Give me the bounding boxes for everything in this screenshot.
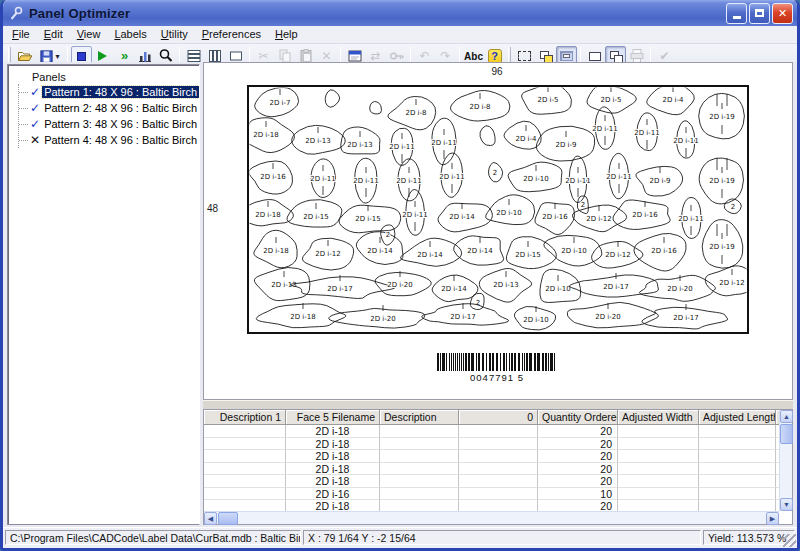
tree-item-pattern-2[interactable]: ✓Pattern 2: 48 X 96 : Baltic Birch xyxy=(19,100,199,116)
column-header-6[interactable]: Adjusted Length xyxy=(699,410,776,425)
resize-grip[interactable] xyxy=(783,534,796,547)
cell-c0 xyxy=(459,475,538,488)
cell-desc xyxy=(380,475,459,488)
menu-item-preferences[interactable]: Preferences xyxy=(195,26,268,43)
title-bar[interactable]: Panel Optimizer ✕ xyxy=(3,0,797,26)
tree-item-pattern-1[interactable]: ✓Pattern 1: 48 X 96 : Baltic Birch xyxy=(19,84,199,100)
part-label: 2D i-20 xyxy=(387,281,412,289)
status-file-path: C:\Program Files\CADCode\Label Data\CurB… xyxy=(5,530,301,545)
menu-item-help[interactable]: Help xyxy=(268,26,305,43)
part-label: 2D i-9 xyxy=(650,177,671,185)
part-label: 2 xyxy=(386,231,390,239)
nest-drawing[interactable]: 2D i-72D i-82D i-82D i-52D i-52D i-42D i… xyxy=(247,85,749,334)
table-row[interactable]: 2D i-1610 xyxy=(204,488,779,501)
panels-tree: Panels ✓Pattern 1: 48 X 96 : Baltic Birc… xyxy=(7,64,200,525)
column-header-4[interactable]: Quantity Ordered xyxy=(538,410,618,425)
cell-aw xyxy=(618,450,699,463)
close-button[interactable]: ✕ xyxy=(772,3,793,24)
scroll-right-button[interactable]: ▶ xyxy=(766,512,779,525)
menu-item-view[interactable]: View xyxy=(70,26,108,43)
table-row[interactable]: 2D i-1820 xyxy=(204,438,779,451)
part-label: 2D i-15 xyxy=(515,251,540,259)
menu-item-labels[interactable]: Labels xyxy=(107,26,153,43)
cell-face5: 2D i-18 xyxy=(286,450,380,463)
part-label: 2D i-20 xyxy=(667,285,692,293)
part-label: 2D i-17 xyxy=(673,314,698,322)
part-label: 2D i-5 xyxy=(538,96,559,104)
maximize-button[interactable] xyxy=(749,3,770,24)
part-label: 2D i-11 xyxy=(396,177,421,185)
tree-root-label: Panels xyxy=(32,71,199,83)
table-row[interactable]: 2D i-1820 xyxy=(204,475,779,488)
part-label: 2D i-11 xyxy=(678,215,703,223)
barcode-text: 0047791 5 xyxy=(247,372,747,383)
sheet-width-label: 96 xyxy=(247,66,747,77)
cell-desc xyxy=(380,450,459,463)
cell-face5: 2D i-18 xyxy=(286,500,380,511)
part-label: 2D i-13 xyxy=(271,281,296,289)
scroll-up-button[interactable]: ▲ xyxy=(780,410,793,423)
table-row[interactable]: 2D i-1820 xyxy=(204,450,779,463)
splitter[interactable] xyxy=(203,400,793,409)
client-area: Panels ✓Pattern 1: 48 X 96 : Baltic Birc… xyxy=(3,62,797,527)
part-label: 2D i-11 xyxy=(402,211,427,219)
column-header-5[interactable]: Adjusted Width xyxy=(618,410,699,425)
cell-desc1 xyxy=(204,425,286,438)
cell-c0 xyxy=(459,425,538,438)
pattern-view[interactable]: 96 48 2D i-72D i-82D i-82D i-52D i-52D i… xyxy=(203,62,793,400)
part-label: 2D i-13 xyxy=(493,281,518,289)
part-shape[interactable] xyxy=(325,90,340,107)
part-label: 2D i-19 xyxy=(709,113,734,121)
part-label: 2D i-16 xyxy=(632,211,658,219)
part-shape[interactable] xyxy=(480,126,495,146)
part-shape[interactable] xyxy=(370,101,382,114)
vscroll-thumb[interactable] xyxy=(780,424,793,444)
part-label: 2D i-17 xyxy=(327,285,352,293)
table-row[interactable]: 2D i-1820 xyxy=(204,500,779,511)
part-label: 2D i-10 xyxy=(561,247,586,255)
part-label: 2 xyxy=(581,201,585,209)
cell-c0 xyxy=(459,438,538,451)
table-header-row: Description 1Face 5 FilenameDescription0… xyxy=(204,410,779,425)
column-header-3[interactable]: 0 xyxy=(459,410,538,425)
menu-item-edit[interactable]: Edit xyxy=(37,26,70,43)
cell-desc xyxy=(380,425,459,438)
part-label: 2D i-11 xyxy=(673,137,698,145)
cell-qty: 20 xyxy=(538,500,618,511)
menu-item-utility[interactable]: Utility xyxy=(154,26,195,43)
cell-c0 xyxy=(459,450,538,463)
part-label: 2D i-4 xyxy=(663,96,685,104)
scroll-down-button[interactable]: ▼ xyxy=(780,498,793,511)
cell-aw xyxy=(618,488,699,501)
table-row[interactable]: 2D i-1820 xyxy=(204,463,779,476)
column-header-1[interactable]: Face 5 Filename xyxy=(286,410,380,425)
menu-item-file[interactable]: File xyxy=(5,26,37,43)
column-header-0[interactable]: Description 1 xyxy=(204,410,286,425)
part-label: 2D i-11 xyxy=(565,177,590,185)
tree-item-pattern-4[interactable]: ✕Pattern 4: 48 X 96 : Baltic Birch xyxy=(19,132,199,148)
column-header-2[interactable]: Description xyxy=(380,410,459,425)
hscroll-thumb[interactable] xyxy=(218,512,238,525)
part-label: 2D i-13 xyxy=(305,137,330,145)
part-label: 2D i-5 xyxy=(601,96,622,104)
part-label: 2D i-12 xyxy=(586,215,611,223)
scroll-left-button[interactable]: ◀ xyxy=(204,512,217,525)
check-icon: ✓ xyxy=(29,85,41,99)
status-coordinates: X : 79 1/64 Y : -2 15/64 xyxy=(303,530,701,545)
part-label: 2 xyxy=(493,169,497,177)
cell-face5: 2D i-18 xyxy=(286,425,380,438)
cell-qty: 20 xyxy=(538,475,618,488)
barcode xyxy=(437,353,557,371)
table-row[interactable]: 2D i-1820 xyxy=(204,425,779,438)
part-label: 2D i-19 xyxy=(709,243,734,251)
tree-item-pattern-3[interactable]: ✓Pattern 3: 48 X 96 : Baltic Birch xyxy=(19,116,199,132)
table-vertical-scrollbar[interactable]: ▲ ▼ xyxy=(779,410,792,511)
cell-desc1 xyxy=(204,463,286,476)
part-label: 2D i-18 xyxy=(290,313,315,321)
cell-qty: 10 xyxy=(538,488,618,501)
table-horizontal-scrollbar[interactable]: ◀ ▶ xyxy=(204,511,779,524)
part-label: 2D i-11 xyxy=(389,143,414,151)
cell-aw xyxy=(618,438,699,451)
cell-al xyxy=(699,425,776,438)
minimize-button[interactable] xyxy=(726,3,747,24)
